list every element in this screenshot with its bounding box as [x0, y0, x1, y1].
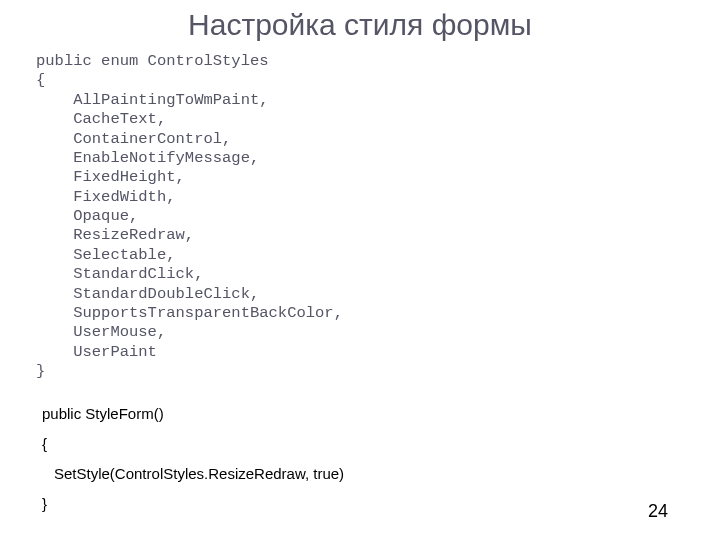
- code-line: {: [42, 429, 720, 459]
- code-line: }: [42, 489, 720, 519]
- page-number: 24: [648, 501, 668, 522]
- code-line: SetStyle(ControlStyles.ResizeRedraw, tru…: [42, 459, 720, 489]
- enum-code-block: public enum ControlStyles { AllPaintingT…: [0, 52, 720, 381]
- constructor-snippet: public StyleForm() { SetStyle(ControlSty…: [0, 399, 720, 519]
- code-line: public StyleForm(): [42, 399, 720, 429]
- slide-title: Настройка стиля формы: [0, 0, 720, 52]
